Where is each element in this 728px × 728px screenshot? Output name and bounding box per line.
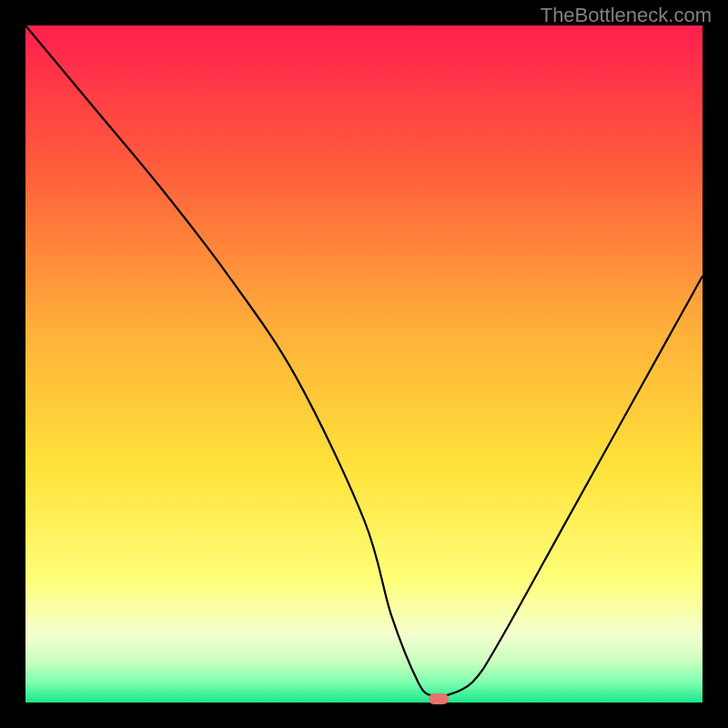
optimal-point-marker [429, 693, 449, 704]
watermark-text: TheBottleneck.com [541, 4, 712, 27]
bottleneck-chart [25, 25, 703, 703]
chart-curve [25, 25, 703, 703]
